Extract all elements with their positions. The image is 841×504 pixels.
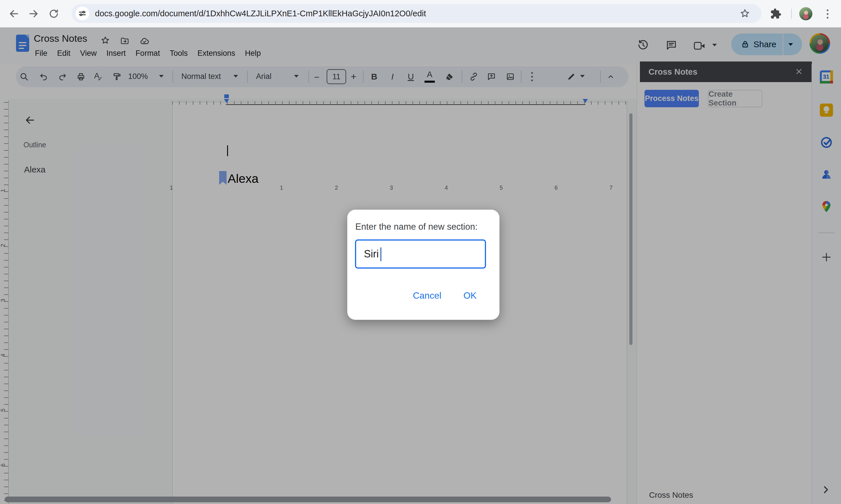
bookmark-star-icon xyxy=(740,8,750,19)
kebab-icon xyxy=(827,10,828,11)
browser-toolbar: docs.google.com/document/d/1DxhhCw4LZJLi… xyxy=(0,0,841,28)
prompt-dialog: Enter the name of new section: Cancel OK xyxy=(347,210,499,320)
extensions-button[interactable] xyxy=(770,8,782,19)
extensions-icon xyxy=(770,8,782,19)
site-info-icon xyxy=(78,10,86,17)
section-name-input[interactable] xyxy=(355,239,486,269)
cancel-button[interactable]: Cancel xyxy=(409,288,446,303)
dialog-prompt-text: Enter the name of new section: xyxy=(355,222,478,232)
omnibox[interactable]: docs.google.com/document/d/1DxhhCw4LZJLi… xyxy=(72,4,762,23)
browser-menu-button[interactable] xyxy=(826,8,829,20)
forward-icon xyxy=(28,8,39,19)
ok-button[interactable]: OK xyxy=(457,288,483,303)
browser-avatar[interactable] xyxy=(799,7,812,20)
back-button[interactable] xyxy=(8,8,19,19)
reload-icon xyxy=(48,8,59,19)
site-info-button[interactable] xyxy=(75,6,89,20)
forward-button[interactable] xyxy=(28,8,39,19)
bookmark-star-button[interactable] xyxy=(740,8,750,19)
reload-button[interactable] xyxy=(48,8,59,19)
input-caret xyxy=(380,248,381,261)
url-text[interactable]: docs.google.com/document/d/1DxhhCw4LZJLi… xyxy=(95,9,426,18)
back-icon xyxy=(8,8,19,19)
toolbar-separator xyxy=(791,8,792,19)
